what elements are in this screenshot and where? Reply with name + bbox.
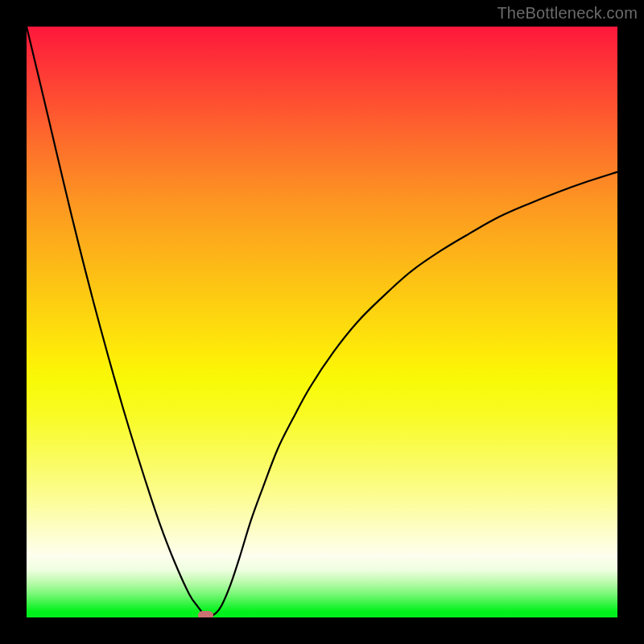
optimal-point-marker <box>198 611 213 617</box>
plot-area <box>27 27 617 617</box>
bottleneck-curve <box>27 27 617 617</box>
watermark-text: TheBottleneck.com <box>497 4 638 23</box>
chart-frame: TheBottleneck.com <box>0 0 644 644</box>
